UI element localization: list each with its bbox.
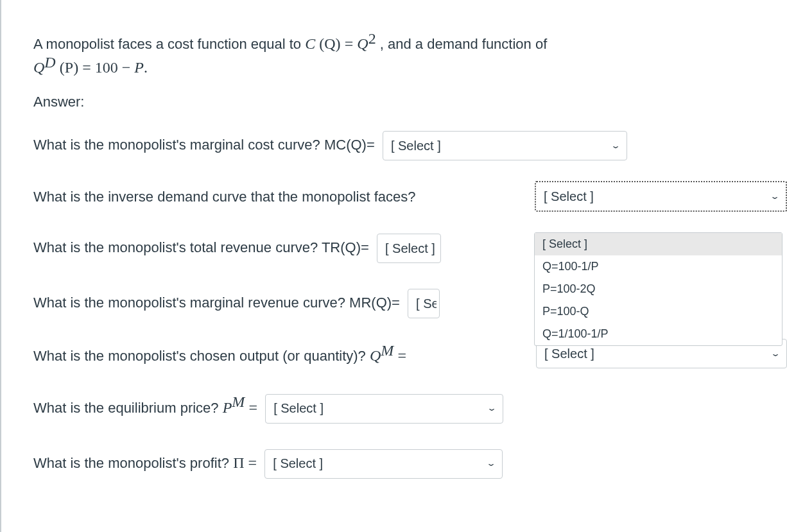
q5-select-value: [ Select ] [544, 344, 607, 364]
question-2-text: What is the inverse demand curve that th… [33, 189, 416, 205]
demand-arg: (P) [60, 59, 78, 76]
q5-var: Q [370, 347, 381, 364]
q7-eq: = [248, 454, 257, 470]
q5-eq: = [397, 347, 406, 364]
q6-var: P [223, 399, 232, 415]
dropdown-option-3[interactable]: P=100-Q [535, 300, 782, 323]
dropdown-option-2[interactable]: P=100-2Q [535, 278, 782, 300]
cost-rhs-Q: Q [357, 35, 368, 52]
demand-P: P [134, 59, 144, 76]
q1-select-value: [ Select ] [391, 136, 454, 156]
q1-select[interactable]: [ Select ] ⌄ [383, 131, 627, 160]
chevron-down-icon: ⌄ [487, 402, 497, 415]
question-5-row: What is the monopolist's chosen output (… [33, 344, 787, 368]
problem-statement: A monopolist faces a cost function equal… [33, 32, 787, 80]
cost-fn-arg: (Q) [319, 35, 340, 52]
q7-select[interactable]: [ Select ] ⌄ [264, 449, 503, 479]
q6-select-value: [ Select ] [273, 399, 336, 418]
question-1-row: What is the monopolist's marginal cost c… [33, 131, 787, 160]
dropdown-option-placeholder[interactable]: [ Select ] [535, 233, 782, 255]
cost-rhs-exp: 2 [368, 30, 376, 47]
question-1-text: What is the monopolist's marginal cost c… [33, 137, 375, 153]
answer-heading: Answer: [33, 94, 787, 110]
q5-sup: M [381, 342, 394, 359]
intro-text-2: , and a demand function of [380, 36, 548, 52]
question-2-row: What is the inverse demand curve that th… [33, 186, 787, 208]
q2-select-value: [ Select ] [544, 187, 607, 207]
quiz-question-container: A monopolist faces a cost function equal… [0, 0, 787, 532]
question-5-text: What is the monopolist's chosen output (… [33, 348, 370, 364]
q7-var: Π [233, 454, 244, 470]
q4-select-value: [ Select ] [416, 294, 437, 314]
demand-Q: Q [33, 59, 44, 76]
question-6-row: What is the equilibrium price? PM = [ Se… [33, 394, 787, 424]
chevron-down-icon: ⌄ [610, 140, 621, 152]
q4-select[interactable]: [ Select ] [408, 289, 440, 318]
question-3-text: What is the monopolist's total revenue c… [33, 239, 369, 255]
q3-select-value: [ Select ] [385, 239, 435, 259]
demand-eq: = 100 − [82, 59, 134, 76]
chevron-down-icon: ⌄ [486, 458, 496, 470]
chevron-down-icon: ⌄ [770, 191, 780, 203]
q6-select[interactable]: [ Select ] ⌄ [265, 394, 503, 424]
q2-select[interactable]: [ Select ] ⌄ [535, 181, 787, 212]
cost-fn-C: C [305, 35, 315, 52]
dropdown-option-4[interactable]: Q=1/100-1/P [535, 323, 782, 345]
question-7-text: What is the monopolist's profit? [33, 454, 233, 470]
q6-eq: = [248, 399, 257, 415]
eq-sign-1: = [345, 35, 358, 52]
q2-dropdown-list[interactable]: [ Select ] Q=100-1/P P=100-2Q P=100-Q Q=… [534, 232, 783, 346]
dropdown-option-1[interactable]: Q=100-1/P [535, 255, 782, 278]
question-4-text: What is the monopolist's marginal revenu… [33, 295, 400, 311]
q3-select[interactable]: [ Select ] [377, 234, 441, 263]
question-6-text: What is the equilibrium price? [33, 399, 223, 415]
chevron-down-icon: ⌄ [770, 348, 781, 360]
intro-text-1: A monopolist faces a cost function equal… [33, 36, 305, 52]
q6-sup: M [232, 393, 245, 410]
question-7-row: What is the monopolist's profit? Π = [ S… [33, 449, 787, 479]
period: . [144, 59, 148, 76]
demand-sup-D: D [44, 54, 55, 71]
q7-select-value: [ Select ] [273, 454, 336, 474]
